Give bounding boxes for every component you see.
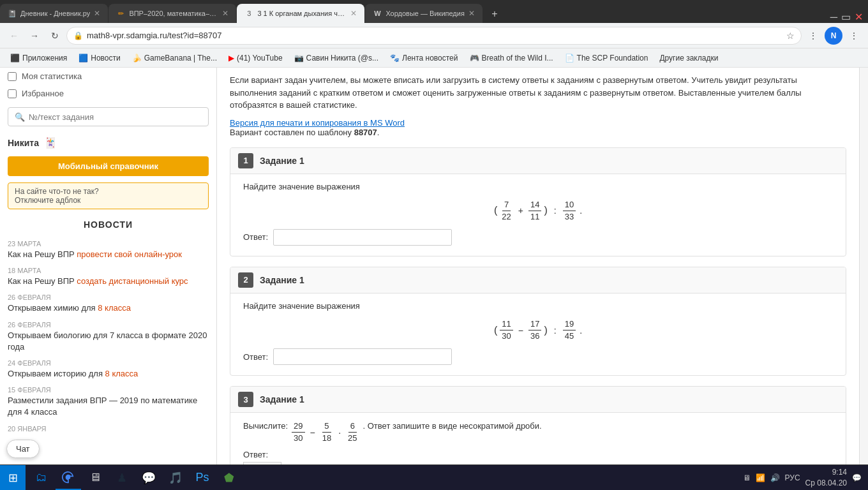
sidebar-search-section: 🔍	[0, 102, 216, 131]
taskbar-right: 🖥 📶 🔊 РУС 9:14 Ср 08.04.20 💬	[743, 467, 868, 489]
lenta-icon: 🐾	[390, 54, 400, 63]
favorites-label: Избранное	[22, 89, 64, 98]
address-bar[interactable]: 🔒 math8-vpr.sdamgia.ru/test?id=88707 ☆	[66, 27, 802, 45]
my-stats-check[interactable]	[8, 72, 17, 81]
tab-close-3[interactable]: ✕	[350, 9, 357, 18]
taskbar-icon8[interactable]: ⬟	[216, 466, 242, 490]
profile-button[interactable]: N	[825, 27, 842, 45]
taskbar-steam[interactable]: ♟	[109, 466, 135, 490]
bookmark-youtube[interactable]: ▶ (41) YouTube	[223, 50, 288, 66]
refresh-button[interactable]: ↻	[46, 27, 64, 45]
taskbar-ps[interactable]: Ps	[190, 466, 215, 490]
my-stats-checkbox[interactable]: Моя статистика	[0, 68, 216, 85]
task-1-math: ( 7 22 + 14 11 ) : 10	[243, 199, 833, 223]
tab-favicon-1: 📓	[8, 9, 17, 18]
taskbar-sound-icon: 🔊	[770, 473, 780, 482]
task-2-math: ( 11 30 − 17 36 ) : 19	[243, 318, 833, 342]
news-date-7: 20 ЯНВАРЯ	[8, 425, 209, 433]
minimize-button[interactable]: ─	[830, 11, 837, 23]
menu-button[interactable]: ⋮	[845, 27, 863, 45]
savin-icon: 📷	[294, 54, 304, 63]
tab-1[interactable]: 📓 Дневник - Дневник.ру ✕	[0, 4, 108, 23]
news-date-2: 18 МАРТА	[8, 267, 209, 274]
extensions-button[interactable]: ⋮	[804, 27, 822, 45]
sidebar: Моя статистика Избранное 🔍 Никита 🃏 Моби…	[0, 68, 217, 464]
news-date-1: 23 МАРТА	[8, 240, 209, 248]
tab-close-4[interactable]: ✕	[468, 9, 475, 18]
taskbar-discord[interactable]: 💬	[136, 466, 161, 490]
fraction-14-11: 14 11	[528, 199, 541, 223]
tab-close-2[interactable]: ✕	[222, 9, 228, 18]
adblock-notice: На сайте что-то не так?Отключите адблок	[8, 182, 209, 209]
fraction-10-33: 10 33	[563, 199, 576, 223]
task-3-note: . Ответ запишите в виде несократимой дро…	[363, 421, 542, 431]
close-window-button[interactable]: ✕	[855, 11, 863, 23]
taskbar-chrome[interactable]	[56, 466, 81, 490]
task-3-num: 3	[238, 392, 253, 407]
task-2-answer-row: Ответ:	[243, 348, 833, 365]
bookmark-botw-label: Breath of the Wild I...	[482, 54, 553, 63]
bookmark-scp-label: The SCP Foundation	[577, 54, 648, 63]
print-link[interactable]: Версия для печати и копирования в MS Wor…	[230, 118, 405, 128]
task-1-description: Найдите значение выражения	[243, 182, 833, 191]
youtube-icon: ▶	[228, 54, 234, 63]
bookmark-gamebanana[interactable]: 🍌 GameBanana | The...	[127, 50, 222, 66]
news-item-4: Открываем биологию для 7 класса в формат…	[8, 330, 209, 353]
favorites-checkbox[interactable]: Избранное	[0, 85, 216, 102]
taskbar-icon3[interactable]: 🖥	[82, 466, 108, 490]
task-1-answer-input[interactable]	[273, 229, 452, 246]
taskbar-fl[interactable]: 🎵	[163, 466, 188, 490]
start-button[interactable]: ⊞	[0, 465, 26, 491]
search-input[interactable]	[29, 112, 202, 122]
tab-3[interactable]: 3 3 1 К органам дыхания членисто... ✕	[237, 4, 364, 23]
bookmark-scp[interactable]: 📄 The SCP Foundation	[560, 50, 654, 66]
fraction-6-25: 6 25	[346, 420, 359, 444]
task-3-math-row: Вычислите: 29 30 − 5 18 ·	[243, 420, 833, 444]
news-link-3[interactable]: 8 класса	[98, 303, 131, 313]
nav-bar: ← → ↻ 🔒 math8-vpr.sdamgia.ru/test?id=887…	[0, 23, 868, 48]
bookmark-other[interactable]: Другие закладки	[654, 50, 723, 66]
news-link-1[interactable]: провести свой онлайн-урок	[77, 249, 182, 259]
taskbar-time-section[interactable]: 9:14 Ср 08.04.20	[805, 467, 847, 489]
task-2-answer-label: Ответ:	[243, 352, 268, 362]
forward-button[interactable]: →	[26, 27, 43, 45]
back-button[interactable]: ←	[5, 27, 23, 45]
chat-button[interactable]: Чат	[6, 440, 40, 458]
favorites-check[interactable]	[8, 89, 17, 98]
task-2-title: Задание 1	[260, 275, 304, 285]
tab-label-2: ВПР–2020, математика–8: зада...	[129, 10, 218, 17]
fraction-7-22: 7 22	[500, 199, 513, 223]
tab-close-1[interactable]: ✕	[94, 9, 100, 18]
news-item-6: Разместили задания ВПР — 2019 по математ…	[8, 395, 209, 418]
bookmark-savin[interactable]: 📷 Савин Никита (@s...	[289, 50, 384, 66]
news-link-5[interactable]: 8 класса	[105, 369, 138, 378]
task-2-answer-input[interactable]	[273, 348, 452, 365]
taskbar: ⊞ 🗂 🖥 ♟ 💬 🎵 Ps ⬟ 🖥 📶 🔊 РУС 9:14 Ср 08.04…	[0, 464, 868, 490]
news-item-5: Открываем историю для 8 класса	[8, 368, 209, 380]
variant-info: Вариант составлен по шаблону 88707.	[230, 128, 846, 137]
maximize-button[interactable]: ▭	[841, 11, 851, 23]
task-2-body: Найдите значение выражения ( 11 30 − 17 …	[230, 293, 846, 375]
task-1-body: Найдите значение выражения ( 7 22 + 14 1…	[230, 174, 846, 256]
taskbar-explorer[interactable]: 🗂	[29, 466, 54, 490]
scrollbar[interactable]	[859, 68, 868, 464]
new-tab-button[interactable]: +	[486, 5, 504, 23]
news-icon: 🟦	[79, 54, 88, 63]
news-title: НОВОСТИ	[8, 213, 209, 234]
content-area: Моя статистика Избранное 🔍 Никита 🃏 Моби…	[0, 68, 868, 464]
tab-4[interactable]: W Хордовые — Википедия ✕	[365, 4, 483, 23]
bookmark-apps[interactable]: ⬛ Приложения	[5, 50, 72, 66]
taskbar-notification[interactable]: 💬	[852, 473, 862, 482]
mobile-ref-button[interactable]: Мобильный справочник	[8, 156, 209, 176]
news-link-2[interactable]: создать дистанционный курс	[77, 276, 188, 286]
news-section: НОВОСТИ 23 МАРТА Как на Решу ВПР провест…	[0, 213, 216, 434]
bookmark-news-label: Новости	[91, 54, 120, 63]
bookmark-lenta[interactable]: 🐾 Лента новостей	[385, 50, 463, 66]
bookmark-news[interactable]: 🟦 Новости	[73, 50, 125, 66]
bookmark-lenta-label: Лента новостей	[402, 54, 458, 63]
taskbar-time: 9:14	[805, 467, 847, 478]
bookmark-botw[interactable]: 🎮 Breath of the Wild I...	[465, 50, 558, 66]
bookmark-star-icon[interactable]: ☆	[786, 31, 795, 41]
tab-2[interactable]: ✏ ВПР–2020, математика–8: зада... ✕	[108, 4, 236, 23]
taskbar-lang[interactable]: РУС	[785, 473, 800, 482]
